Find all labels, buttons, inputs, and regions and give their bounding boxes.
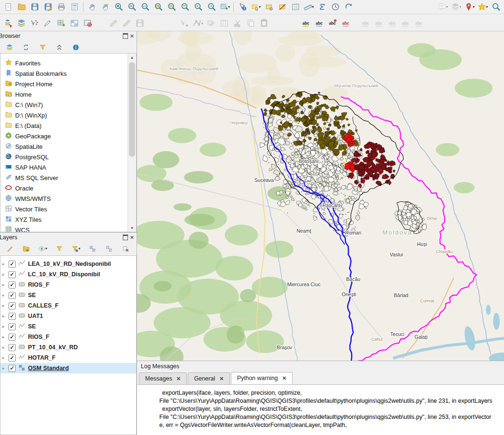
- new-project-button[interactable]: [1, 1, 15, 13]
- close-panel-icon[interactable]: ✕: [130, 235, 134, 240]
- layer-visibility-checkbox[interactable]: ✓: [9, 281, 16, 289]
- browser-scrollbar[interactable]: ▲ ▼: [128, 54, 136, 232]
- browser-item-postgresql[interactable]: PostgreSQL: [0, 152, 136, 162]
- dropdown-arrow-icon[interactable]: ▾: [201, 21, 203, 26]
- layer-item-se[interactable]: ▸✓SE: [0, 321, 136, 332]
- remove-layer-button[interactable]: [119, 243, 132, 255]
- dropdown-arrow-icon[interactable]: ▾: [459, 5, 461, 9]
- dropdown-arrow-icon[interactable]: ▾: [259, 5, 261, 9]
- layer-visibility-checkbox[interactable]: ✓: [9, 292, 16, 299]
- layer-diagram-button[interactable]: abc: [312, 17, 326, 29]
- search-button[interactable]: [489, 1, 503, 13]
- show-layout-manager-button[interactable]: [68, 1, 81, 13]
- browser-item-spatialite[interactable]: SpatiaLite: [0, 141, 136, 152]
- expander-icon[interactable]: ▸: [2, 293, 6, 298]
- browser-item-d-winxp-[interactable]: D:\ (WinXp): [0, 110, 136, 120]
- dropdown-arrow-icon[interactable]: ▾: [312, 5, 314, 9]
- expander-icon[interactable]: ▸: [2, 314, 6, 318]
- add-group-button[interactable]: [19, 243, 33, 255]
- filter-by-expression-button[interactable]: ▾: [69, 243, 82, 255]
- highlight-pinned-labels-button[interactable]: abc: [339, 17, 352, 29]
- dropdown-arrow-icon[interactable]: ▾: [486, 5, 488, 9]
- new-shapefile-layer-button[interactable]: [28, 17, 41, 29]
- browser-item-project-home[interactable]: Project Home: [0, 79, 136, 89]
- open-attribute-table-button[interactable]: [289, 1, 302, 13]
- tab-close-icon[interactable]: ✕: [176, 376, 181, 382]
- tab-close-icon[interactable]: ✕: [220, 376, 224, 382]
- manage-map-themes-button[interactable]: ▾: [36, 243, 49, 255]
- zoom-next-button[interactable]: [205, 1, 218, 13]
- layer-item-lc-10-kv-rd-disponibil[interactable]: ▸✓LC_10_kV_RD_Disponibil: [0, 269, 136, 280]
- expander-icon[interactable]: ▸: [2, 303, 6, 308]
- zoom-last-button[interactable]: [192, 1, 205, 13]
- browser-item-vector-tiles[interactable]: Vector Tiles: [0, 204, 136, 214]
- layer-item-rios-f[interactable]: ▸✓RIOS_F: [0, 280, 136, 290]
- expander-icon[interactable]: ▸: [2, 262, 6, 266]
- zoom-to-layer-button[interactable]: [178, 1, 192, 13]
- dropdown-arrow-icon[interactable]: ▾: [473, 5, 475, 9]
- dropdown-arrow-icon[interactable]: ▾: [78, 246, 80, 251]
- open-data-source-manager-button[interactable]: [1, 17, 15, 29]
- statistical-summary-button[interactable]: [315, 1, 329, 13]
- browser-item-wms-wmts[interactable]: WMS/WMTS: [0, 193, 136, 204]
- layer-visibility-checkbox[interactable]: ✓: [9, 344, 16, 351]
- expand-all-button[interactable]: [86, 243, 99, 255]
- browser-item-wcs[interactable]: WCS: [0, 225, 136, 232]
- zoom-native-button[interactable]: [138, 1, 152, 13]
- add-vector-layer-button[interactable]: [15, 17, 28, 29]
- deselect-features-button[interactable]: [275, 1, 289, 13]
- new-mesh-layer-button[interactable]: [68, 17, 81, 29]
- pin-labels-button[interactable]: abc: [326, 17, 339, 29]
- layer-item-osm-standard[interactable]: ▸✓OSM Standard: [0, 363, 136, 373]
- close-panel-icon[interactable]: ✕: [130, 34, 134, 39]
- filter-legend-button[interactable]: [53, 243, 66, 255]
- pan-to-selection-button[interactable]: [99, 1, 112, 13]
- spatial-bookmarks-button[interactable]: ▾: [476, 1, 489, 13]
- float-panel-icon[interactable]: [123, 235, 128, 240]
- zoom-out-button[interactable]: [125, 1, 138, 13]
- layer-visibility-checkbox[interactable]: ✓: [9, 365, 16, 372]
- browser-item-spatial-bookmarks[interactable]: Spatial Bookmarks: [0, 68, 136, 79]
- pin-overlay-button[interactable]: ▾: [463, 1, 476, 13]
- log-content[interactable]: exportLayers(iface, layers, folder, prec…: [137, 384, 504, 435]
- add-selected-layers-button[interactable]: [3, 41, 16, 54]
- layer-visibility-checkbox[interactable]: ✓: [9, 261, 16, 268]
- layer-item-rios-f[interactable]: ▸✓RIOS_F: [0, 332, 136, 342]
- scrollbar-thumb[interactable]: [129, 62, 135, 157]
- layer-item-uat1[interactable]: ▸✓UAT1: [0, 311, 136, 321]
- browser-item-oracle[interactable]: Oracle: [0, 183, 136, 193]
- layer-visibility-checkbox[interactable]: ✓: [9, 271, 16, 278]
- layer-visibility-checkbox[interactable]: ✓: [9, 354, 16, 362]
- layer-visibility-checkbox[interactable]: ✓: [9, 313, 16, 320]
- layer-visibility-checkbox[interactable]: ✓: [9, 323, 16, 330]
- new-virtual-layer-button[interactable]: [55, 17, 68, 29]
- log-tab-general[interactable]: General✕: [188, 372, 230, 384]
- layer-item-calles-f[interactable]: ▸✓CALLES_F: [0, 300, 136, 311]
- collapse-all-layers-button[interactable]: [102, 243, 116, 255]
- dropdown-arrow-icon[interactable]: ▾: [45, 246, 47, 251]
- log-tab-messages[interactable]: Messages✕: [139, 372, 187, 384]
- browser-item-ms-sql-server[interactable]: MS SQL Server: [0, 172, 136, 183]
- scroll-down-icon[interactable]: ▼: [128, 224, 136, 232]
- zoom-in-button[interactable]: [112, 1, 125, 13]
- select-features-button[interactable]: ▾: [249, 1, 262, 13]
- identify-features-button[interactable]: [236, 1, 249, 13]
- expander-icon[interactable]: ▸: [2, 355, 6, 360]
- select-by-expression-button[interactable]: [262, 1, 275, 13]
- measure-line-button[interactable]: ▾: [302, 1, 315, 13]
- log-tab-python-warning[interactable]: Python warning✕: [231, 372, 293, 384]
- save-project-as-button[interactable]: [41, 1, 55, 13]
- refresh-browser-button[interactable]: [19, 41, 33, 54]
- expander-icon[interactable]: ▸: [2, 272, 6, 277]
- collapse-all-button[interactable]: [53, 41, 66, 54]
- temporal-controller-button[interactable]: [329, 1, 342, 13]
- browser-item-c-win7-[interactable]: C:\ (Win7): [0, 100, 136, 110]
- scroll-up-icon[interactable]: ▲: [128, 54, 136, 61]
- zoom-full-button[interactable]: [152, 1, 165, 13]
- map-canvas[interactable]: Кам'янець-ПодільськийЧернівціМогилів-Под…: [137, 31, 504, 361]
- dropdown-arrow-icon[interactable]: ▾: [446, 5, 448, 9]
- layer-item-se[interactable]: ▸✓SE: [0, 290, 136, 300]
- expander-icon[interactable]: ▸: [2, 335, 6, 339]
- open-project-button[interactable]: [15, 1, 28, 13]
- layer-item-hotar-f[interactable]: ▸✓HOTAR_F: [0, 353, 136, 363]
